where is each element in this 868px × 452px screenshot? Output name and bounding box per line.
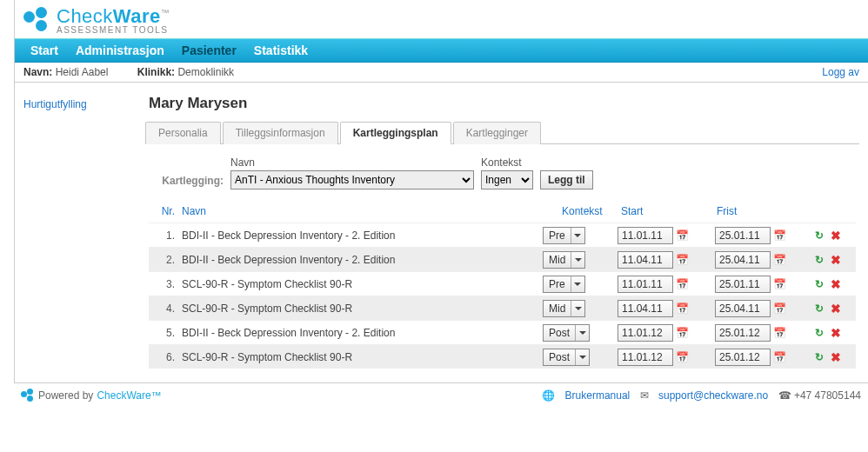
row-name: SCL-90-R - Symptom Checklist 90-R <box>180 302 543 315</box>
row-end-input[interactable] <box>715 324 771 342</box>
calendar-icon[interactable]: 📅 <box>675 302 689 316</box>
delete-icon[interactable]: ✖ <box>829 277 843 291</box>
row-nr: 2. <box>149 254 180 266</box>
row-context-select[interactable]: Mid <box>543 300 585 317</box>
context-field-label: Kontekst <box>481 156 533 169</box>
row-name: BDI-II - Beck Depression Inventory - 2. … <box>180 229 543 242</box>
row-start-input[interactable] <box>618 324 673 342</box>
tab-tilleggsinformasjon[interactable]: Tilleggsinformasjon <box>223 122 338 144</box>
support-link[interactable]: support@checkware.no <box>658 389 768 402</box>
row-start-input[interactable] <box>618 227 673 244</box>
row-start-input[interactable] <box>618 276 673 293</box>
clinic-value: Demoklinikk <box>177 66 234 78</box>
tab-kartlegginger[interactable]: Kartlegginger <box>453 122 541 144</box>
add-button[interactable]: Legg til <box>540 170 593 189</box>
tab-personalia[interactable]: Personalia <box>145 122 221 144</box>
table-row: 3.SCL-90-R - Symptom Checklist 90-RPre📅📅… <box>149 271 856 296</box>
name-value: Heidi Aabel <box>56 66 109 78</box>
row-start-input[interactable] <box>618 251 673 269</box>
delete-icon[interactable]: ✖ <box>829 302 843 316</box>
table-row: 6.SCL-90-R - Symptom Checklist 90-RPost📅… <box>149 344 856 369</box>
tab-kartleggingsplan[interactable]: Kartleggingsplan <box>340 122 451 144</box>
col-name-header[interactable]: Navn <box>180 205 562 217</box>
row-name: BDI-II - Beck Depression Inventory - 2. … <box>180 254 543 266</box>
row-end-input[interactable] <box>715 300 771 317</box>
row-nr: 4. <box>149 302 180 315</box>
main-nav: StartAdministrasjonPasienterStatistikk <box>15 38 868 63</box>
phone-text: +47 47805144 <box>794 389 861 402</box>
assessment-name-select[interactable]: AnTI - Anxious Thoughts Inventory <box>230 170 474 189</box>
row-context-select[interactable]: Post <box>543 349 590 366</box>
calendar-icon[interactable]: 📅 <box>675 277 689 291</box>
page-title: Mary Marysen <box>149 95 859 112</box>
row-start-input[interactable] <box>618 300 673 317</box>
clinic-label: Klinikk: <box>137 66 175 78</box>
logo-icon <box>23 7 51 35</box>
row-end-input[interactable] <box>715 251 771 269</box>
refresh-icon[interactable]: ↻ <box>812 326 826 340</box>
mail-icon: ✉ <box>640 389 649 402</box>
phone-icon: ☎ <box>778 389 791 402</box>
delete-icon[interactable]: ✖ <box>829 229 843 243</box>
calendar-icon[interactable]: 📅 <box>675 326 689 340</box>
col-context-header[interactable]: Kontekst <box>562 205 621 217</box>
info-bar: Navn: Heidi Aabel Klinikk: Demoklinikk L… <box>15 63 868 83</box>
table-row: 5.BDI-II - Beck Depression Inventory - 2… <box>149 320 856 344</box>
nav-item-pasienter[interactable]: Pasienter <box>173 43 245 57</box>
delete-icon[interactable]: ✖ <box>829 350 843 364</box>
row-end-input[interactable] <box>715 276 771 293</box>
nav-item-start[interactable]: Start <box>22 43 67 57</box>
kartlegging-label: Kartlegging: <box>149 175 224 189</box>
calendar-icon[interactable]: 📅 <box>675 350 689 364</box>
name-label: Navn: <box>23 66 52 78</box>
logoff-link[interactable]: Logg av <box>822 66 859 78</box>
quickfill-link[interactable]: Hurtigutfylling <box>23 98 87 110</box>
refresh-icon[interactable]: ↻ <box>812 253 826 267</box>
row-start-input[interactable] <box>618 349 673 366</box>
nav-item-statistikk[interactable]: Statistikk <box>245 43 317 57</box>
table-row: 1.BDI-II - Beck Depression Inventory - 2… <box>149 223 856 247</box>
name-field-label: Navn <box>230 156 474 169</box>
delete-icon[interactable]: ✖ <box>829 253 843 267</box>
calendar-icon[interactable]: 📅 <box>772 350 786 364</box>
row-context-select[interactable]: Mid <box>543 251 585 269</box>
row-context-select[interactable]: Post <box>543 324 590 342</box>
calendar-icon[interactable]: 📅 <box>772 229 786 243</box>
calendar-icon[interactable]: 📅 <box>675 253 689 267</box>
powered-by-label: Powered by <box>38 389 93 402</box>
plan-table: Nr. Navn Kontekst Start Frist 1.BDI-II -… <box>149 203 856 369</box>
context-select[interactable]: Ingen <box>481 170 533 189</box>
refresh-icon[interactable]: ↻ <box>812 350 826 364</box>
row-end-input[interactable] <box>715 227 771 244</box>
table-row: 4.SCL-90-R - Symptom Checklist 90-RMid📅📅… <box>149 296 856 320</box>
refresh-icon[interactable]: ↻ <box>812 229 826 243</box>
refresh-icon[interactable]: ↻ <box>812 277 826 291</box>
calendar-icon[interactable]: 📅 <box>772 277 786 291</box>
row-nr: 6. <box>149 351 180 363</box>
row-nr: 5. <box>149 327 180 339</box>
calendar-icon[interactable]: 📅 <box>772 326 786 340</box>
row-context-select[interactable]: Pre <box>543 276 585 293</box>
manual-link[interactable]: Brukermanual <box>565 389 631 402</box>
row-name: SCL-90-R - Symptom Checklist 90-R <box>180 278 543 290</box>
row-end-input[interactable] <box>715 349 771 366</box>
nav-item-administrasjon[interactable]: Administrasjon <box>67 43 173 57</box>
footer: Powered by CheckWare™ 🌐 Brukermanual ✉ s… <box>14 382 868 404</box>
row-name: BDI-II - Beck Depression Inventory - 2. … <box>180 327 543 339</box>
col-end-header[interactable]: Frist <box>717 205 812 217</box>
globe-icon: 🌐 <box>542 389 555 402</box>
calendar-icon[interactable]: 📅 <box>772 253 786 267</box>
brand-logo: CheckWare™ ASSESSMENT TOOLS <box>15 0 868 38</box>
row-context-select[interactable]: Pre <box>543 227 585 244</box>
col-start-header[interactable]: Start <box>621 205 717 217</box>
footer-logo-icon <box>21 389 35 402</box>
refresh-icon[interactable]: ↻ <box>812 302 826 316</box>
row-nr: 1. <box>149 229 180 242</box>
calendar-icon[interactable]: 📅 <box>675 229 689 243</box>
table-row: 2.BDI-II - Beck Depression Inventory - 2… <box>149 247 856 271</box>
calendar-icon[interactable]: 📅 <box>772 302 786 316</box>
col-nr-header[interactable]: Nr. <box>149 205 180 217</box>
tab-bar: PersonaliaTilleggsinformasjonKartlegging… <box>145 121 859 144</box>
delete-icon[interactable]: ✖ <box>829 326 843 340</box>
row-nr: 3. <box>149 278 180 290</box>
